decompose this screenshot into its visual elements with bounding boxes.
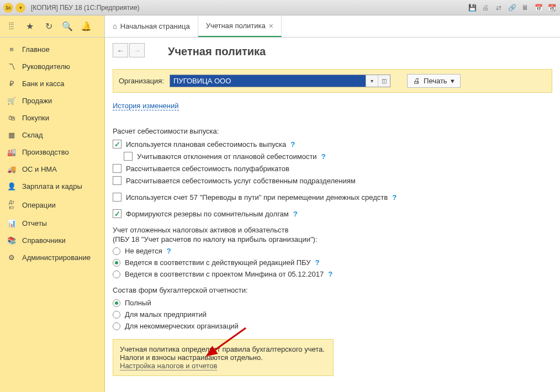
- history-icon[interactable]: ↻: [43, 21, 54, 32]
- help-icon[interactable]: ?: [290, 140, 295, 149]
- check-account57[interactable]: Используется счет 57 "Переводы в пути" п…: [113, 193, 552, 202]
- print-button[interactable]: 🖨 Печать ▾: [407, 74, 461, 88]
- sidebar-item-reports[interactable]: 📊Отчеты: [0, 215, 104, 232]
- checkbox[interactable]: [113, 140, 121, 149]
- quick-tools: ⦙⦙⦙ ★ ↻ 🔍 🔔: [0, 15, 105, 37]
- search-icon[interactable]: 🔍: [62, 21, 73, 32]
- radio-full[interactable]: Полный: [113, 299, 552, 307]
- tab-home[interactable]: ⌂ Начальная страница: [105, 15, 198, 37]
- sidebar-item-purchases[interactable]: 🛍Покупки: [0, 109, 104, 126]
- info-text1: Учетная политика определяет правила бухг…: [120, 345, 326, 353]
- person-icon: 👤: [7, 182, 17, 190]
- help-icon[interactable]: ?: [293, 210, 298, 218]
- apps-icon[interactable]: ⦙⦙⦙: [6, 21, 17, 32]
- org-bar: Организация: ▾ ◫ 🖨 Печать ▾: [113, 69, 552, 93]
- radio-not-kept[interactable]: Не ведется ?: [113, 247, 552, 255]
- history-link[interactable]: История изменений: [113, 102, 179, 110]
- tax-section-label1: Учет отложенных налоговых активов и обяз…: [113, 226, 552, 234]
- check-services[interactable]: Рассчитывается себестоимость услуг собст…: [113, 176, 552, 185]
- check-plan-cost[interactable]: Используется плановая себестоимость выпу…: [113, 140, 552, 149]
- info-box: Учетная политика определяет правила бухг…: [113, 339, 334, 376]
- checkbox[interactable]: [113, 176, 121, 185]
- org-input[interactable]: [170, 75, 366, 87]
- content: ← → Учетная политика Организация: ▾ ◫ 🖨 …: [105, 38, 560, 392]
- radio-small[interactable]: Для малых предприятий: [113, 310, 552, 319]
- sidebar-item-salary[interactable]: 👤Зарплата и кадры: [0, 178, 104, 195]
- check-reserves[interactable]: Формируются резервы по сомнительным долг…: [113, 209, 552, 218]
- cost-section-label: Расчет себестоимости выпуска:: [113, 127, 552, 135]
- tax-settings-link[interactable]: Настройка налогов и отчетов: [120, 362, 217, 370]
- sidebar-item-refs[interactable]: 📚Справочники: [0, 232, 104, 249]
- sidebar-item-operations[interactable]: ДтКтОперации: [0, 195, 104, 215]
- org-dropdown-button[interactable]: ▾: [366, 75, 378, 87]
- radio[interactable]: [113, 271, 120, 278]
- org-label: Организация:: [119, 77, 164, 85]
- date-icon[interactable]: 📆: [547, 3, 557, 13]
- radio-current-pbu[interactable]: Ведется в соответствии с действующей ред…: [113, 258, 552, 267]
- link-icon[interactable]: 🔗: [507, 3, 517, 13]
- forms-section-label: Состав форм бухгалтерской отчетности:: [113, 286, 552, 294]
- save-icon[interactable]: 💾: [467, 3, 477, 13]
- menu-icon: ≡: [7, 45, 17, 54]
- titlebar-actions: 💾 🖨 ⇄ 🔗 🖩 📅 📆: [467, 3, 557, 13]
- radio-nonprofit[interactable]: Для некоммерческих организаций: [113, 322, 552, 330]
- back-button[interactable]: ←: [113, 43, 128, 57]
- check-deviations[interactable]: Учитываются отклонения от плановой себес…: [124, 152, 552, 161]
- window-title: [КОПИЯ] ПБУ 18 (1С:Предприятие): [31, 4, 140, 12]
- gear-icon: ⚙: [7, 253, 17, 262]
- sidebar-item-main[interactable]: ≡Главное: [0, 41, 104, 58]
- sidebar-item-assets[interactable]: 🚚ОС и НМА: [0, 161, 104, 178]
- bell-icon[interactable]: 🔔: [81, 21, 92, 32]
- radio[interactable]: [113, 247, 120, 255]
- radio-minfin[interactable]: Ведется в соответствии с проектом Минфин…: [113, 270, 552, 278]
- sidebar-item-production[interactable]: 🏭Производство: [0, 144, 104, 161]
- checkbox[interactable]: [113, 193, 121, 202]
- org-input-wrap: ▾ ◫: [170, 75, 390, 87]
- dropdown-icon[interactable]: ▾: [15, 3, 25, 13]
- tab-active-label: Учетная политика: [206, 22, 266, 30]
- page-title: Учетная политика: [168, 45, 552, 58]
- cart-icon: 🛒: [7, 97, 17, 105]
- help-icon[interactable]: ?: [167, 247, 171, 255]
- checkbox[interactable]: [113, 209, 121, 218]
- sidebar-item-warehouse[interactable]: ▦Склад: [0, 126, 104, 144]
- help-icon[interactable]: ?: [321, 152, 326, 161]
- tax-section-label2: (ПБУ 18 "Учет расчетов по налогу на приб…: [113, 235, 552, 243]
- home-icon: ⌂: [113, 22, 117, 30]
- sidebar-item-sales[interactable]: 🛒Продажи: [0, 92, 104, 109]
- close-icon[interactable]: ×: [269, 22, 273, 30]
- calc-icon[interactable]: 🖩: [520, 3, 530, 13]
- top-toolbar: ⦙⦙⦙ ★ ↻ 🔍 🔔 ⌂ Начальная страница Учетная…: [0, 15, 560, 38]
- sidebar: ≡Главное 〽Руководителю ₽Банк и касса 🛒Пр…: [0, 38, 105, 392]
- help-icon[interactable]: ?: [328, 270, 332, 278]
- check-semi[interactable]: Рассчитывается себестоимость полуфабрика…: [113, 164, 552, 173]
- radio[interactable]: [113, 322, 120, 330]
- nav-buttons: ← →: [113, 43, 145, 57]
- org-open-button[interactable]: ◫: [378, 75, 390, 87]
- print-icon[interactable]: 🖨: [480, 3, 490, 13]
- tab-accounting-policy[interactable]: Учетная политика ×: [198, 15, 282, 37]
- sidebar-item-admin[interactable]: ⚙Администрирование: [0, 249, 104, 266]
- help-icon[interactable]: ?: [392, 193, 397, 202]
- radio[interactable]: [113, 311, 120, 319]
- help-icon[interactable]: ?: [315, 258, 320, 267]
- checkbox[interactable]: [124, 152, 133, 161]
- radio[interactable]: [113, 299, 120, 307]
- books-icon: 📚: [7, 236, 17, 245]
- chart-icon: 〽: [7, 62, 17, 71]
- calendar-icon[interactable]: 📅: [533, 3, 543, 13]
- main-area: ≡Главное 〽Руководителю ₽Банк и касса 🛒Пр…: [0, 38, 560, 392]
- chevron-down-icon: ▾: [451, 77, 455, 85]
- forward-button[interactable]: →: [129, 43, 145, 57]
- grid-icon: ▦: [7, 131, 17, 139]
- star-icon[interactable]: ★: [24, 21, 35, 32]
- sidebar-item-bank[interactable]: ₽Банк и касса: [0, 75, 104, 92]
- sidebar-item-manager[interactable]: 〽Руководителю: [0, 58, 104, 75]
- checkbox[interactable]: [113, 164, 121, 173]
- printer-icon: 🖨: [413, 77, 420, 85]
- truck-icon: 🚚: [7, 165, 17, 173]
- radio[interactable]: [113, 259, 120, 267]
- compare-icon[interactable]: ⇄: [494, 3, 504, 13]
- info-text2: Налоги и взносы настраиваются отдельно.: [120, 353, 326, 362]
- bag-icon: 🛍: [7, 114, 17, 122]
